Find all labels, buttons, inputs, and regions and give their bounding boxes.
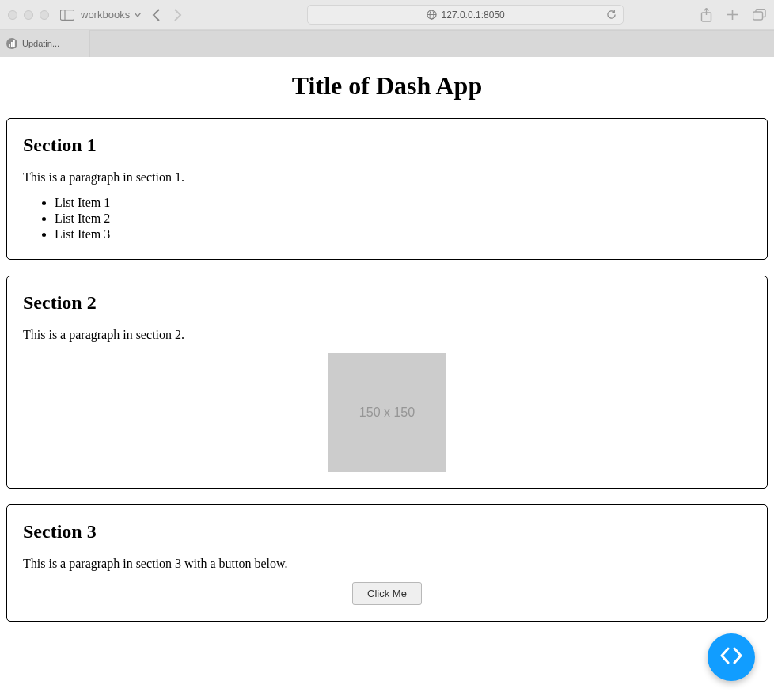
tab-bar-empty xyxy=(90,30,774,57)
section-2: Section 2 This is a paragraph in section… xyxy=(6,276,768,489)
section-list: List Item 1 List Item 2 List Item 3 xyxy=(23,196,751,242)
globe-icon xyxy=(427,10,437,20)
section-3: Section 3 This is a paragraph in section… xyxy=(6,504,768,622)
tab-title: Updatin... xyxy=(22,39,59,48)
list-item: List Item 1 xyxy=(55,196,751,210)
section-1: Section 1 This is a paragraph in section… xyxy=(6,118,768,260)
svg-rect-13 xyxy=(13,40,15,47)
svg-rect-10 xyxy=(753,12,763,20)
toolbar-right xyxy=(700,8,766,22)
reload-icon[interactable] xyxy=(606,10,617,20)
url-text: 127.0.0.1:8050 xyxy=(442,10,505,21)
list-item: List Item 2 xyxy=(55,211,751,226)
svg-rect-0 xyxy=(60,10,74,20)
section-paragraph: This is a paragraph in section 2. xyxy=(23,328,751,342)
section-paragraph: This is a paragraph in section 1. xyxy=(23,170,751,185)
section-heading: Section 3 xyxy=(23,521,751,542)
tabs-overview-icon[interactable] xyxy=(753,8,766,22)
forward-button[interactable] xyxy=(174,9,182,21)
close-window-button[interactable] xyxy=(8,10,17,20)
browser-tab[interactable]: Updatin... xyxy=(0,30,90,57)
nav-arrows xyxy=(152,9,182,21)
page-title: Title of Dash App xyxy=(6,71,768,101)
chevron-down-icon xyxy=(135,13,141,17)
svg-rect-12 xyxy=(11,42,13,47)
tab-bar: Updatin... xyxy=(0,30,774,57)
window-controls xyxy=(8,10,49,20)
svg-rect-11 xyxy=(9,44,10,47)
section-paragraph: This is a paragraph in section 3 with a … xyxy=(23,557,751,571)
placeholder-image: 150 x 150 xyxy=(328,353,446,472)
placeholder-image-label: 150 x 150 xyxy=(359,405,415,420)
bookmarks-label: workbooks xyxy=(81,9,130,21)
minimize-window-button[interactable] xyxy=(24,10,33,20)
url-bar[interactable]: 127.0.0.1:8050 xyxy=(307,5,624,25)
dash-devtools-button[interactable] xyxy=(708,633,755,681)
new-tab-icon[interactable] xyxy=(727,8,738,22)
click-me-button[interactable]: Click Me xyxy=(352,582,422,605)
maximize-window-button[interactable] xyxy=(40,10,49,20)
section-heading: Section 2 xyxy=(23,292,751,314)
bar-chart-icon xyxy=(6,38,17,49)
section-heading: Section 1 xyxy=(23,135,751,156)
sidebar-toggle-icon[interactable] xyxy=(60,10,74,21)
bookmarks-dropdown[interactable]: workbooks xyxy=(81,9,141,21)
page-content: Title of Dash App Section 1 This is a pa… xyxy=(0,71,774,622)
list-item: List Item 3 xyxy=(55,227,751,242)
share-icon[interactable] xyxy=(700,8,712,22)
code-icon xyxy=(719,647,743,668)
back-button[interactable] xyxy=(152,9,160,21)
browser-toolbar: workbooks 127.0.0.1:8050 xyxy=(0,0,774,30)
